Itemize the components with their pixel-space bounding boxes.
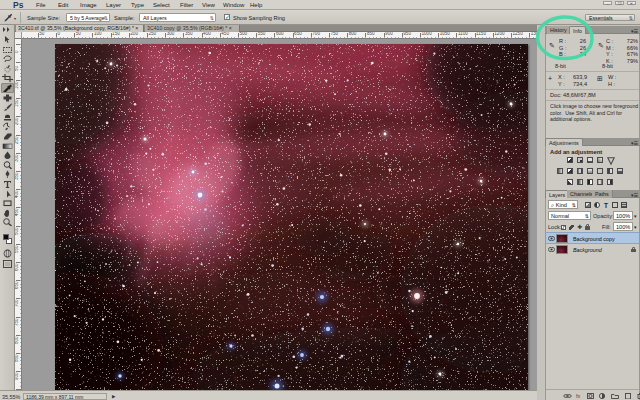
svg-text:fx: fx — [576, 393, 581, 399]
